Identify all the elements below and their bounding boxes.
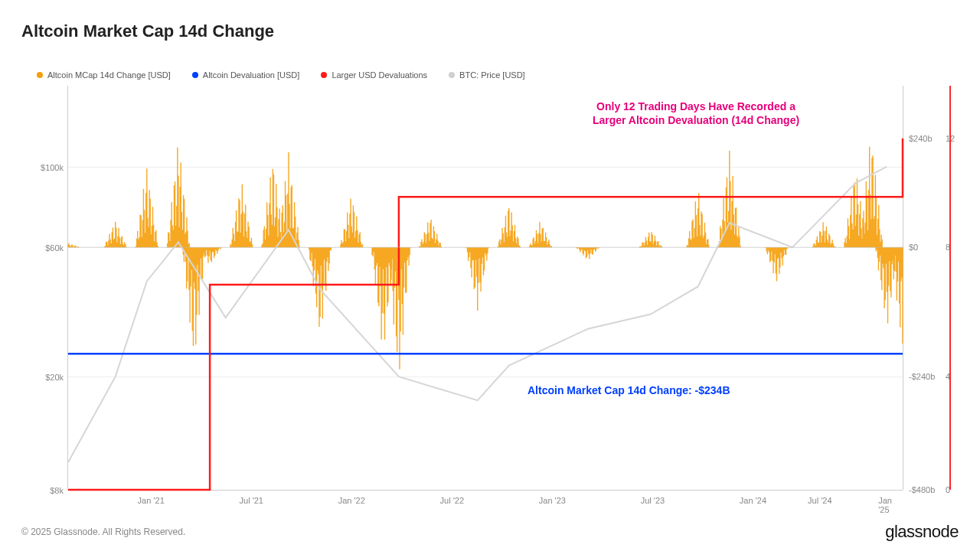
y-left-tick: $8k (50, 486, 64, 495)
chart-svg (68, 86, 903, 490)
y-right1-tick: -$480b (909, 485, 935, 494)
annotation-line: Only 12 Trading Days Have Recorded a (596, 100, 795, 112)
footer-brand: glassnode (885, 522, 959, 542)
x-tick: Jan '22 (338, 496, 365, 505)
legend-item-devaluation: Altcoin Devaluation [USD] (192, 70, 300, 80)
legend-item-larger-devaluations: Larger USD Devaluations (321, 70, 427, 80)
legend-dot (321, 72, 327, 78)
y-left-tick: $60k (45, 243, 64, 253)
annotation-line: Larger Altcoin Devaluation (14d Change) (593, 114, 799, 126)
legend-label: Larger USD Devaluations (332, 70, 427, 80)
x-tick: Jan '21 (138, 496, 165, 505)
chart-plot-area: $100k $60k $20k $8k $240b $0 -$240b -$48… (67, 86, 903, 490)
legend-label: BTC: Price [USD] (459, 70, 525, 80)
legend-item-btc-price: BTC: Price [USD] (449, 70, 525, 80)
legend-dot (449, 72, 455, 78)
legend-item-altcoin-change: Altcoin MCap 14d Change [USD] (37, 70, 171, 80)
x-tick: Jan '23 (539, 496, 566, 505)
annotation-red: Only 12 Trading Days Have Recorded a Lar… (535, 99, 857, 127)
y-left-tick: $20k (45, 373, 64, 382)
footer-copyright: © 2025 Glassnode. All Rights Reserved. (21, 527, 185, 537)
x-tick: Jul '21 (240, 496, 263, 505)
y-right1-tick: $0 (909, 243, 918, 252)
x-tick: Jan '25 (878, 496, 895, 514)
x-tick: Jan '24 (740, 496, 766, 505)
legend-label: Altcoin Devaluation [USD] (203, 70, 300, 80)
legend-dot (192, 72, 198, 78)
y-right1-tick: $240b (909, 134, 933, 143)
legend-dot (37, 72, 43, 78)
chart-legend: Altcoin MCap 14d Change [USD] Altcoin De… (37, 70, 525, 80)
x-tick: Jul '22 (440, 496, 464, 505)
y-right1-tick: -$240b (909, 372, 935, 381)
x-tick: Jul '23 (641, 496, 665, 505)
legend-label: Altcoin MCap 14d Change [USD] (47, 70, 171, 80)
x-tick: Jul '24 (808, 496, 831, 505)
right-axis-indicator (949, 86, 951, 490)
annotation-blue: Altcoin Market Cap 14d Change: -$234B (528, 384, 730, 396)
x-axis-labels: Jan '21Jul '21Jan '22Jul '22Jan '23Jul '… (67, 496, 903, 510)
page-title: Altcoin Market Cap 14d Change (21, 21, 274, 41)
y-left-tick: $100k (41, 163, 64, 172)
